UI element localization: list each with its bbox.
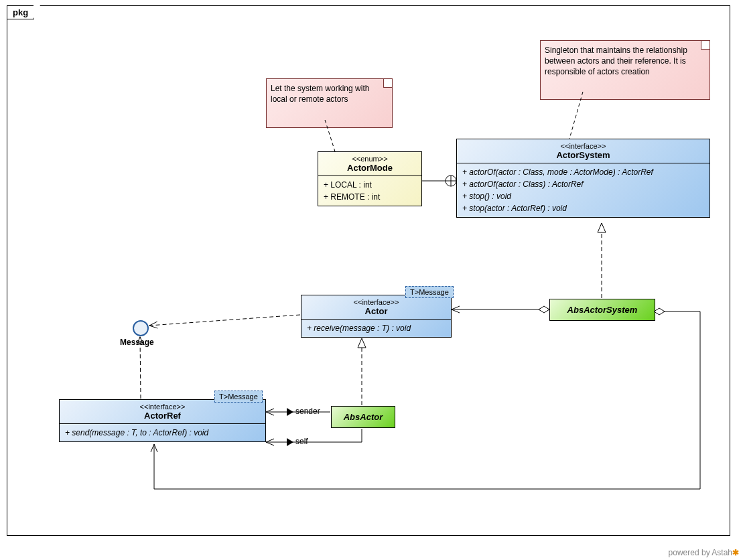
frame-label: pkg [13, 7, 28, 17]
class-name: AbsActor [337, 412, 389, 422]
message-interface-icon [133, 320, 149, 336]
class-head: <<interface>> Actor [301, 295, 451, 320]
stereotype: <<interface>> [461, 142, 705, 150]
stereotype: <<interface>> [64, 403, 261, 411]
op: + receive(message : T) : void [307, 322, 446, 334]
footer-text: powered by Astah [669, 548, 732, 557]
template-text: T>Message [219, 393, 258, 401]
template-text: T>Message [410, 288, 449, 296]
class-name: Actor [306, 306, 447, 316]
footer: powered by Astah✱ [669, 548, 739, 557]
class-actormode: <<enum>> ActorMode + LOCAL : int + REMOT… [318, 151, 422, 206]
class-head: <<interface>> ActorSystem [457, 139, 710, 163]
frame-tab: pkg [7, 5, 34, 19]
class-head: AbsActorSystem [550, 299, 655, 320]
template-actor: T>Message [405, 286, 454, 298]
op: + stop(actor : ActorRef) : void [462, 202, 704, 214]
note-actorsystem-text: Singleton that maintains the relationshi… [545, 46, 687, 76]
class-absactorsystem: AbsActorSystem [549, 299, 655, 321]
class-name: ActorRef [64, 411, 261, 421]
class-body: + send(message : T, to : ActorRef) : voi… [60, 424, 265, 441]
class-head: AbsActor [332, 407, 395, 427]
template-actorref: T>Message [214, 391, 263, 403]
note-actormode: Let the system working with local or rem… [266, 78, 393, 128]
label-sender: sender [295, 407, 320, 416]
op: + actorOf(actor : Class, mode : ActorMod… [462, 166, 704, 178]
stereotype: <<enum>> [322, 155, 417, 163]
class-head: <<interface>> ActorRef [60, 400, 265, 424]
attr: + LOCAL : int [324, 179, 416, 191]
note-actormode-text: Let the system working with local or rem… [271, 84, 369, 104]
op: + actorOf(actor : Class) : ActorRef [462, 178, 704, 190]
class-body: + LOCAL : int + REMOTE : int [318, 176, 421, 206]
note-fold-icon [383, 79, 392, 88]
op: + send(message : T, to : ActorRef) : voi… [65, 427, 260, 439]
op: + stop() : void [462, 190, 704, 202]
class-actor: <<interface>> Actor + receive(message : … [301, 295, 452, 338]
class-absactor: AbsActor [331, 406, 395, 428]
stereotype: <<interface>> [306, 298, 447, 306]
attr: + REMOTE : int [324, 191, 416, 203]
class-name: ActorMode [322, 163, 417, 173]
class-name: AbsActorSystem [555, 305, 649, 315]
class-name: ActorSystem [461, 150, 705, 160]
message-label: Message [120, 338, 154, 347]
class-body: + actorOf(actor : Class, mode : ActorMod… [457, 163, 710, 217]
note-fold-icon [701, 41, 710, 50]
diagram-canvas: pkg Singleton that maintains the relatio… [0, 0, 743, 560]
label-self: self [295, 437, 308, 446]
note-actorsystem: Singleton that maintains the relationshi… [540, 40, 710, 100]
class-actorsystem: <<interface>> ActorSystem + actorOf(acto… [456, 139, 710, 218]
astah-logo-icon: ✱ [732, 548, 739, 557]
class-body: + receive(message : T) : void [301, 320, 451, 337]
class-head: <<enum>> ActorMode [318, 152, 421, 176]
class-actorref: <<interface>> ActorRef + send(message : … [59, 399, 266, 442]
